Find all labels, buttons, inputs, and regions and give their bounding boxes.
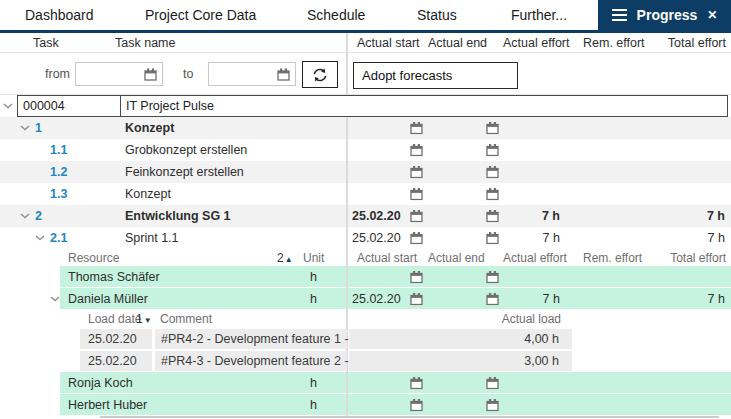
collapse-chevron-icon[interactable] [50, 296, 60, 302]
col-header-resource[interactable]: Resource [68, 251, 119, 265]
to-date-field[interactable] [208, 62, 296, 86]
col-header-actual-end[interactable]: Actual end [428, 251, 485, 265]
actual-end-calendar-icon[interactable] [486, 399, 499, 412]
collapse-chevron-icon[interactable] [20, 125, 30, 131]
actual-start-calendar-icon[interactable] [410, 144, 423, 157]
collapse-chevron-icon[interactable] [20, 213, 30, 219]
actual-start-calendar-icon[interactable] [410, 122, 423, 135]
task-name[interactable]: Konzept [125, 187, 171, 201]
task-number[interactable]: 1.2 [50, 165, 67, 179]
project-name-field[interactable]: IT Project Pulse [122, 96, 727, 116]
load-header-row: Load date 1▼ Comment Actual load [0, 310, 731, 328]
total-effort-value: 7 h [708, 231, 725, 245]
actual-end-calendar-icon[interactable] [486, 188, 499, 201]
resource-name: Herbert Huber [68, 398, 147, 412]
tab-progress-label: Progress [637, 0, 698, 30]
col-header-actual-load[interactable]: Actual load [502, 312, 561, 326]
project-row: 000004 IT Project Pulse [0, 95, 731, 117]
sort-priority: 1 [136, 312, 143, 326]
close-tab-icon[interactable]: ✕ [707, 9, 717, 21]
project-id-field[interactable]: 000004 [18, 96, 121, 116]
col-header-load-date[interactable]: Load date [88, 312, 141, 326]
from-date-input[interactable] [78, 64, 140, 84]
col-header-comment[interactable]: Comment [160, 312, 212, 326]
actual-start-value: 25.02.20 [352, 231, 401, 245]
col-header-rem-effort[interactable]: Rem. effort [583, 251, 642, 265]
sort-indicator-resource[interactable]: 2▲ [277, 251, 293, 265]
tab-further[interactable]: Further... [511, 0, 567, 30]
col-header-actual-end[interactable]: Actual end [428, 36, 487, 50]
actual-start-calendar-icon[interactable] [410, 210, 423, 223]
task-name[interactable]: Entwicklung SG 1 [125, 209, 231, 223]
actual-load-value: 3,00 h [349, 351, 572, 371]
collapse-chevron-icon[interactable] [35, 235, 45, 241]
collapse-chevron-icon[interactable] [3, 103, 13, 109]
actual-end-calendar-icon[interactable] [486, 166, 499, 179]
task-number[interactable]: 1.3 [50, 187, 67, 201]
task-number[interactable]: 1 [35, 121, 42, 135]
col-header-actual-start[interactable]: Actual start [357, 36, 420, 50]
task-number[interactable]: 1.1 [50, 143, 67, 157]
task-number[interactable]: 2.1 [50, 231, 67, 245]
to-date-input[interactable] [211, 64, 273, 84]
col-header-total-effort[interactable]: Total effort [670, 251, 726, 265]
actual-end-calendar-icon[interactable] [486, 293, 499, 306]
load-row-2: 25.02.20 #PR4-3 - Development feature 2 … [0, 350, 731, 372]
actual-end-calendar-icon[interactable] [486, 271, 499, 284]
tab-status[interactable]: Status [417, 0, 457, 30]
menu-icon[interactable] [612, 9, 627, 22]
tab-schedule[interactable]: Schedule [307, 0, 365, 30]
sort-indicator-load-date[interactable]: 1▼ [136, 312, 152, 326]
adopt-forecasts-button[interactable]: Adopt forecasts [353, 62, 518, 89]
col-header-unit[interactable]: Unit [303, 251, 324, 265]
actual-start-calendar-icon[interactable] [410, 166, 423, 179]
project-edit-box: 000004 IT Project Pulse [17, 95, 728, 117]
actual-end-calendar-icon[interactable] [486, 377, 499, 390]
task-name[interactable]: Konzept [125, 121, 174, 135]
resource-row-daniela-mueller: Daniela Müller h 25.02.20 7 h 7 h [0, 288, 731, 310]
progress-grid: Task Task name Actual start Actual end A… [0, 33, 731, 419]
task-name[interactable]: Sprint 1.1 [125, 231, 179, 245]
actual-start-value: 25.02.20 [352, 209, 401, 223]
actual-effort-value: 7 h [543, 292, 560, 306]
load-comment-value: #PR4-2 - Development feature 1 - [155, 329, 347, 349]
column-header-row: Task Task name Actual start Actual end A… [0, 33, 731, 53]
tab-project-core-data[interactable]: Project Core Data [145, 0, 256, 30]
calendar-icon[interactable] [277, 68, 290, 81]
refresh-button[interactable] [302, 61, 338, 88]
task-name[interactable]: Feinkonzept erstellen [125, 165, 244, 179]
resource-row-thomas-schaefer: Thomas Schäfer h [0, 266, 731, 288]
calendar-icon[interactable] [144, 68, 157, 81]
col-header-task[interactable]: Task [33, 36, 59, 50]
col-header-rem-effort[interactable]: Rem. effort [583, 36, 645, 50]
actual-end-calendar-icon[interactable] [486, 232, 499, 245]
load-date-value: 25.02.20 [80, 351, 152, 371]
actual-effort-value: 7 h [542, 209, 560, 223]
task-name[interactable]: Grobkonzept erstellen [125, 143, 247, 157]
tab-dashboard[interactable]: Dashboard [25, 0, 94, 30]
unit-value: h [310, 376, 317, 390]
actual-end-calendar-icon[interactable] [486, 122, 499, 135]
resource-name: Ronja Koch [68, 376, 133, 390]
actual-start-calendar-icon[interactable] [410, 271, 423, 284]
actual-start-calendar-icon[interactable] [410, 232, 423, 245]
actual-start-calendar-icon[interactable] [410, 188, 423, 201]
col-header-actual-start[interactable]: Actual start [357, 251, 417, 265]
col-header-actual-effort[interactable]: Actual effort [503, 251, 567, 265]
from-date-field[interactable] [75, 62, 163, 86]
actual-start-calendar-icon[interactable] [410, 377, 423, 390]
col-header-task-name[interactable]: Task name [115, 36, 175, 50]
task-row-2: 2 Entwicklung SG 1 25.02.20 7 h 7 h [0, 205, 731, 227]
sort-asc-icon: ▲ [285, 255, 293, 264]
col-header-actual-effort[interactable]: Actual effort [503, 36, 569, 50]
col-header-total-effort[interactable]: Total effort [668, 36, 726, 50]
progress-window: Dashboard Project Core Data Schedule Sta… [0, 0, 731, 419]
tab-progress[interactable]: Progress ✕ [598, 0, 731, 30]
resource-row-ronja-koch: Ronja Koch h [0, 372, 731, 394]
resource-row-band [60, 372, 731, 393]
actual-start-calendar-icon[interactable] [410, 399, 423, 412]
task-number[interactable]: 2 [35, 209, 42, 223]
actual-end-calendar-icon[interactable] [486, 144, 499, 157]
actual-start-calendar-icon[interactable] [410, 293, 423, 306]
actual-end-calendar-icon[interactable] [486, 210, 499, 223]
